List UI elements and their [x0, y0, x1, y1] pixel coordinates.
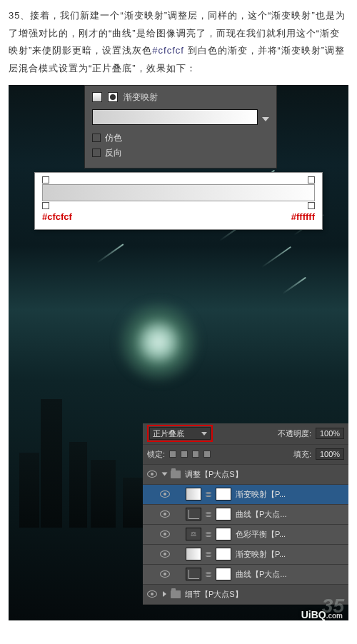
adjustment-thumb: ⚖: [186, 528, 201, 540]
blend-mode-highlight: 正片叠底: [147, 425, 213, 442]
adjustment-thumb: [186, 488, 201, 500]
layer-name: 渐变映射【P...: [236, 489, 344, 500]
blend-mode-value: 正片叠底: [153, 428, 184, 439]
gradient-dropdown-icon[interactable]: [262, 117, 269, 121]
visibility-icon[interactable]: [160, 490, 170, 498]
panel-title: 渐变映射: [124, 91, 158, 104]
layer-row[interactable]: 渐变映射【P...: [143, 485, 348, 505]
visibility-icon[interactable]: [160, 570, 170, 578]
lock-transparent-icon[interactable]: [169, 451, 176, 458]
adjustment-thumb: [186, 548, 201, 560]
meteor: [282, 276, 306, 294]
opacity-value[interactable]: 100%: [316, 428, 344, 439]
dither-label: 仿色: [105, 132, 122, 144]
preview-canvas: 渐变映射 仿色 反向 #cfcfcf #ffffff 正片叠底: [9, 85, 348, 620]
layer-name: 曲线【P大点...: [236, 569, 344, 580]
opacity-stop-right[interactable]: [308, 176, 315, 183]
color-stop-left[interactable]: [42, 202, 49, 209]
visibility-icon[interactable]: [147, 471, 157, 478]
reverse-checkbox[interactable]: [92, 149, 101, 157]
visibility-icon[interactable]: [160, 510, 170, 518]
lock-label: 锁定:: [147, 449, 165, 460]
disclosure-triangle-icon[interactable]: [162, 473, 168, 476]
mask-thumb-icon: [108, 92, 118, 102]
link-icon: [206, 550, 211, 558]
opacity-stop-left[interactable]: [42, 176, 49, 183]
folder-icon: [171, 471, 181, 478]
instruction-text: 35、接着，我们新建一个“渐变映射”调整层，同样的，这个“渐变映射”也是为了增强…: [0, 0, 357, 85]
gradient-thumb-icon: [92, 92, 102, 102]
layer-mask-thumb: [216, 568, 231, 580]
folder-icon: [171, 590, 181, 598]
gradient-preview[interactable]: [92, 109, 258, 125]
layer-mask-thumb: [216, 488, 231, 500]
layers-panel: 正片叠底 不透明度: 100% 锁定: 填充: 100% 调整【P大点S】: [143, 423, 348, 605]
visibility-icon[interactable]: [160, 550, 170, 558]
layer-row[interactable]: ⚖ 色彩平衡【P...: [143, 525, 348, 545]
layer-row[interactable]: 渐变映射【P...: [143, 545, 348, 565]
color-stop-right[interactable]: [308, 202, 315, 209]
reverse-label: 反向: [105, 147, 122, 159]
layer-group-row[interactable]: 调整【P大点S】: [143, 465, 348, 485]
link-icon: [206, 490, 211, 498]
opacity-label: 不透明度:: [278, 428, 311, 439]
visibility-icon[interactable]: [147, 590, 157, 598]
layer-mask-thumb: [216, 508, 231, 520]
group-name: 调整【P大点S】: [185, 469, 344, 480]
meteor: [261, 246, 291, 268]
adjustment-thumb: [186, 568, 201, 580]
lock-pixels-icon[interactable]: [181, 451, 188, 458]
hex-left: #cfcfcf: [42, 211, 72, 222]
layer-group-row[interactable]: 细节【P大点S】: [143, 585, 348, 605]
link-icon: [206, 530, 211, 538]
disclosure-triangle-icon[interactable]: [163, 591, 166, 597]
meteor: [96, 243, 124, 263]
adjustment-thumb: [186, 508, 201, 520]
lock-position-icon[interactable]: [192, 451, 199, 458]
fill-value[interactable]: 100%: [316, 448, 344, 460]
dither-checkbox[interactable]: [92, 134, 101, 142]
watermark: UiBQ.com: [301, 609, 343, 620]
gradient-editor-bar[interactable]: [42, 184, 315, 201]
layer-row[interactable]: 曲线【P大点...: [143, 565, 348, 585]
layer-mask-thumb: [216, 548, 231, 560]
layer-name: 曲线【P大点...: [236, 509, 344, 520]
chevron-down-icon: [201, 432, 207, 436]
fill-label: 填充:: [293, 449, 311, 460]
layer-name: 色彩平衡【P...: [236, 529, 344, 540]
gradient-editor-panel: #cfcfcf #ffffff: [34, 172, 323, 230]
link-icon: [206, 510, 211, 518]
layer-name: 渐变映射【P...: [236, 549, 344, 560]
blend-mode-select[interactable]: 正片叠底: [149, 427, 211, 440]
gradient-map-panel: 渐变映射 仿色 反向: [84, 85, 277, 168]
hex-right: #ffffff: [291, 211, 315, 222]
layer-row[interactable]: 曲线【P大点...: [143, 505, 348, 525]
lock-all-icon[interactable]: [203, 451, 211, 458]
group-name: 细节【P大点S】: [185, 589, 344, 600]
visibility-icon[interactable]: [160, 530, 170, 538]
light-glow: [116, 299, 201, 385]
hex-code: #cfcfcf: [152, 45, 184, 56]
link-icon: [206, 570, 211, 578]
layer-mask-thumb: [216, 528, 231, 540]
